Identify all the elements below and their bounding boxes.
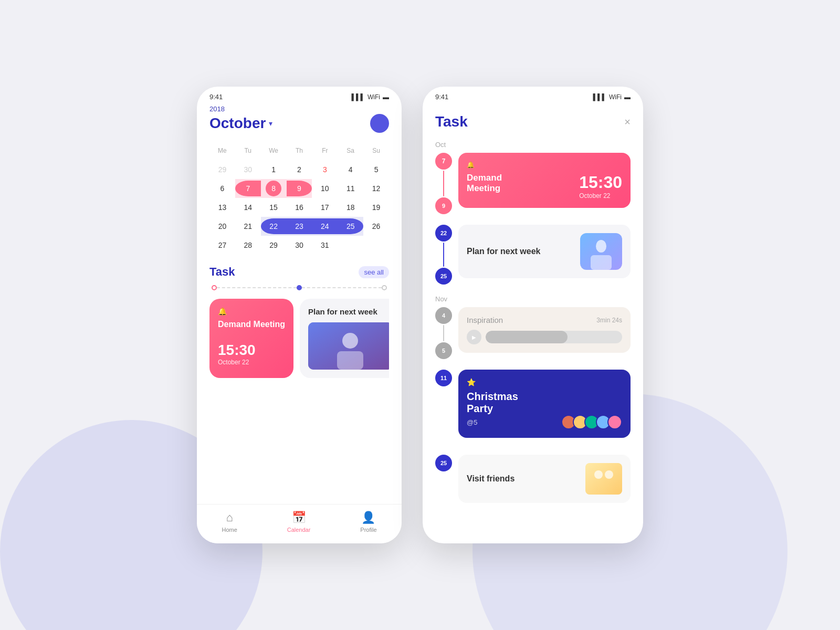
avatar[interactable] <box>370 114 389 133</box>
cal-day-27[interactable]: 27 <box>209 236 235 255</box>
cal-day-23[interactable]: 23 <box>287 217 312 236</box>
home-label: Home <box>222 527 237 533</box>
cal-day-2[interactable]: 2 <box>287 160 312 179</box>
cal-day-25[interactable]: 25 <box>338 217 363 236</box>
cal-day-31[interactable]: 31 <box>312 236 338 255</box>
month-header: October ▾ <box>209 114 389 133</box>
cal-day-10[interactable]: 10 <box>312 179 338 198</box>
card-visit-friends[interactable]: Visit friends <box>458 455 631 503</box>
timeline-group-demand: 7 9 🔔 DemandMeeting 15: <box>435 153 631 214</box>
nav-item-profile[interactable]: 👤 Profile <box>360 511 376 533</box>
cal-day-11[interactable]: 11 <box>338 179 363 198</box>
cal-day-17[interactable]: 17 <box>312 198 338 217</box>
month-label-oct: Oct <box>435 141 631 149</box>
avatars-row <box>561 415 622 429</box>
nav-item-calendar[interactable]: 📅 Calendar <box>287 511 311 533</box>
calendar-week-4: 20 21 22 23 24 25 26 <box>209 217 389 236</box>
cal-day-22[interactable]: 22 <box>261 217 287 236</box>
date-bubble-25b: 25 <box>435 455 452 471</box>
card-title-plan: Plan for next week <box>308 307 389 316</box>
card-demand-meeting[interactable]: 🔔 DemandMeeting 15:30 October 22 <box>458 153 631 208</box>
dropdown-arrow-icon[interactable]: ▾ <box>269 119 272 128</box>
battery-icon-right: ▬ <box>624 93 631 101</box>
date-col-11: 11 <box>435 370 452 444</box>
cal-day-6[interactable]: 6 <box>209 179 235 198</box>
month-label-nov: Nov <box>435 295 631 303</box>
cal-day-3[interactable]: 3 <box>312 160 338 179</box>
cal-day-7[interactable]: 7 <box>235 179 261 198</box>
timeline-group-visit: 25 Visit friends <box>435 455 631 509</box>
timeline <box>209 285 389 290</box>
cal-day-4[interactable]: 4 <box>338 160 363 179</box>
task-card-demand-meeting[interactable]: 🔔 Demand Meeting 15:30 October 22 <box>209 299 293 378</box>
cal-day-19[interactable]: 19 <box>363 198 389 217</box>
card-plan-week[interactable]: Plan for next week <box>458 225 631 278</box>
blue-card-attendees: @5 <box>467 418 477 426</box>
cal-day-5[interactable]: 5 <box>363 160 389 179</box>
cal-day-30[interactable]: 30 <box>287 236 312 255</box>
cal-day-21[interactable]: 21 <box>235 217 261 236</box>
cal-day-20[interactable]: 20 <box>209 217 235 236</box>
year-label: 2018 <box>209 105 389 113</box>
day-header-we: We <box>261 141 287 160</box>
avatar-5 <box>607 415 622 429</box>
cal-day-1[interactable]: 1 <box>261 160 287 179</box>
date-col-nov: 4 5 <box>435 307 452 359</box>
date-col-22: 22 25 <box>435 225 452 285</box>
cal-day-15[interactable]: 15 <box>261 198 287 217</box>
see-all-button[interactable]: see all <box>359 266 389 278</box>
date-bubble-22: 22 <box>435 225 452 242</box>
beige-card-duration: 3min 24s <box>596 317 622 324</box>
day-header-fr: Fr <box>312 141 338 160</box>
gray-card-title: Plan for next week <box>467 247 541 256</box>
date-line-4-5 <box>443 325 444 341</box>
right-header: Task × <box>435 105 631 141</box>
month-group-oct: Oct 7 9 🔔 DemandMeeting <box>435 141 631 214</box>
task-phone: 9:41 ▌▌▌ WiFi ▬ Task × Oct 7 9 <box>423 87 643 543</box>
calendar-grid: Me Tu We Th Fr Sa Su 29 30 1 2 3 4 5 6 <box>209 141 389 255</box>
cal-day-empty-1 <box>338 236 363 255</box>
date-line-7-9 <box>443 171 444 196</box>
card-container-inspiration: Inspiration 3min 24s ▶ <box>458 307 631 359</box>
cal-day-8[interactable]: 8 <box>261 179 287 198</box>
close-button[interactable]: × <box>624 116 631 128</box>
card-christmas-party[interactable]: ⭐ ChristmasParty @5 <box>458 370 631 438</box>
svg-point-8 <box>605 470 613 479</box>
month-name: October <box>209 115 266 132</box>
home-icon: ⌂ <box>226 511 233 524</box>
date-bubble-5: 5 <box>435 342 452 359</box>
task-card-plan-week[interactable]: Plan for next week <box>300 299 389 378</box>
calendar-week-1: 29 30 1 2 3 4 5 <box>209 160 389 179</box>
signal-icon-right: ▌▌▌ <box>593 93 606 101</box>
card-container-plan: Plan for next week <box>458 225 631 285</box>
card-inspiration[interactable]: Inspiration 3min 24s ▶ <box>458 307 631 353</box>
task-section-header: Task see all <box>209 265 389 279</box>
timeline-line-1 <box>217 287 297 288</box>
cal-day-29[interactable]: 29 <box>261 236 287 255</box>
visit-card-title: Visit friends <box>467 474 514 484</box>
cal-day-24[interactable]: 24 <box>312 217 338 236</box>
visit-card-image <box>585 463 622 495</box>
card-container-demand: 🔔 DemandMeeting 15:30 October 22 <box>458 153 631 214</box>
cal-day-18[interactable]: 18 <box>338 198 363 217</box>
date-bubble-7: 7 <box>435 153 452 170</box>
cal-day-14[interactable]: 14 <box>235 198 261 217</box>
cal-day-12[interactable]: 12 <box>363 179 389 198</box>
cal-day-26[interactable]: 26 <box>363 217 389 236</box>
cal-day-28[interactable]: 28 <box>235 236 261 255</box>
cal-day-13[interactable]: 13 <box>209 198 235 217</box>
date-line-22-25 <box>443 243 444 267</box>
cal-day-9[interactable]: 9 <box>287 179 312 198</box>
month-group-nov: Nov 4 5 Inspiration 3min 24s <box>435 295 631 359</box>
nav-item-home[interactable]: ⌂ Home <box>222 511 237 533</box>
pink-card-time-block: 15:30 October 22 <box>579 173 622 200</box>
day-header-me: Me <box>209 141 235 160</box>
card-time-demand: 15:30 <box>218 342 285 359</box>
star-icon-christmas: ⭐ <box>467 378 476 386</box>
bell-icon-demand: 🔔 <box>467 161 622 169</box>
card-title-demand: Demand Meeting <box>218 320 285 329</box>
cal-day-30-prev[interactable]: 30 <box>235 160 261 179</box>
cal-day-16[interactable]: 16 <box>287 198 312 217</box>
cal-day-29-prev[interactable]: 29 <box>209 160 235 179</box>
play-button-inspiration[interactable]: ▶ <box>467 330 481 344</box>
